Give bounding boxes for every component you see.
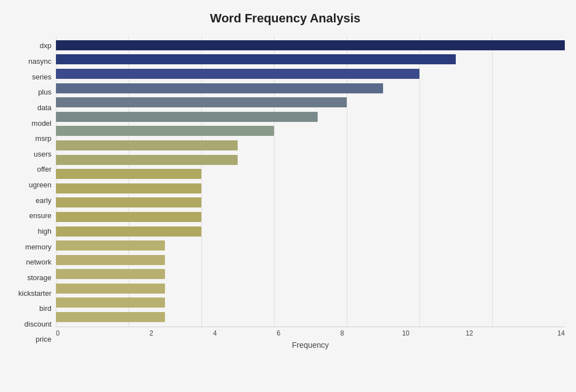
bar xyxy=(56,226,201,237)
bar-row xyxy=(56,254,565,266)
bar xyxy=(56,297,165,308)
chart-area: dxpnasyncseriesplusdatamodelmsrpusersoff… xyxy=(6,36,565,350)
y-axis-label: bird xyxy=(39,305,51,312)
bar xyxy=(56,197,201,207)
bar-row xyxy=(56,168,565,180)
x-tick: 6 xyxy=(247,329,310,337)
bar-row xyxy=(56,311,565,323)
bar-row xyxy=(56,211,565,223)
bar-row xyxy=(56,154,565,166)
x-axis-label: Frequency xyxy=(56,341,565,350)
bar xyxy=(56,155,238,165)
bar-row xyxy=(56,282,565,295)
bar xyxy=(56,240,165,251)
bar xyxy=(56,183,201,193)
y-axis-label: high xyxy=(37,228,51,235)
bar xyxy=(56,255,165,265)
y-axis-label: users xyxy=(34,150,51,158)
y-axis-label: discount xyxy=(25,320,51,328)
bar-row xyxy=(56,68,565,80)
y-axis-label: ensure xyxy=(29,212,51,219)
y-axis-label: storage xyxy=(27,274,51,281)
y-axis-label: data xyxy=(37,104,51,111)
bar xyxy=(56,169,201,179)
bar xyxy=(56,112,318,122)
y-axis-label: early xyxy=(36,197,51,204)
y-axis-label: memory xyxy=(25,243,51,251)
y-axis-label: price xyxy=(36,336,51,343)
bar-row xyxy=(56,111,565,123)
y-axis-label: nasync xyxy=(29,58,51,65)
x-tick: 12 xyxy=(438,329,502,337)
x-tick: 0 xyxy=(56,329,120,337)
bar xyxy=(56,69,419,79)
y-axis-label: series xyxy=(32,73,51,81)
bar-row xyxy=(56,39,565,51)
bar xyxy=(56,140,238,150)
bar-row xyxy=(56,225,565,238)
bar xyxy=(56,126,274,136)
x-tick: 14 xyxy=(501,329,565,337)
x-tick: 4 xyxy=(183,329,247,337)
bars-wrapper xyxy=(56,36,565,327)
bar-row xyxy=(56,96,565,108)
bar xyxy=(56,83,383,93)
y-axis-label: model xyxy=(32,120,51,127)
x-tick: 10 xyxy=(374,329,438,337)
x-axis: 02468101214 xyxy=(56,327,565,337)
bar xyxy=(56,269,165,279)
bar-row xyxy=(56,196,565,209)
bar xyxy=(56,40,565,50)
bar-row xyxy=(56,239,565,252)
bars-and-xaxis: 02468101214 Frequency xyxy=(56,36,565,350)
bar-row xyxy=(56,125,565,137)
bar-row xyxy=(56,82,565,95)
bars-area xyxy=(56,36,565,327)
bar-row xyxy=(56,182,565,195)
bar-row xyxy=(56,296,565,309)
bar xyxy=(56,54,456,64)
y-axis-label: plus xyxy=(38,88,51,96)
bar-row xyxy=(56,139,565,152)
y-axis-label: offer xyxy=(37,166,51,173)
y-axis-label: dxp xyxy=(40,42,51,49)
y-axis: dxpnasyncseriesplusdatamodelmsrpusersoff… xyxy=(6,36,56,350)
bar xyxy=(56,284,165,294)
bar xyxy=(56,97,347,107)
bar-row xyxy=(56,53,565,65)
bar xyxy=(56,312,165,322)
x-tick: 8 xyxy=(310,329,374,337)
y-axis-label: ugreen xyxy=(29,181,51,188)
bar-row xyxy=(56,268,565,280)
bar xyxy=(56,212,201,222)
x-tick: 2 xyxy=(120,329,183,337)
y-axis-label: kickstarter xyxy=(18,290,51,297)
chart-container: Word Frequency Analysis dxpnasyncseriesp… xyxy=(0,0,576,392)
y-axis-label: msrp xyxy=(35,135,51,142)
y-axis-label: network xyxy=(26,258,51,266)
chart-title: Word Frequency Analysis xyxy=(6,11,565,26)
